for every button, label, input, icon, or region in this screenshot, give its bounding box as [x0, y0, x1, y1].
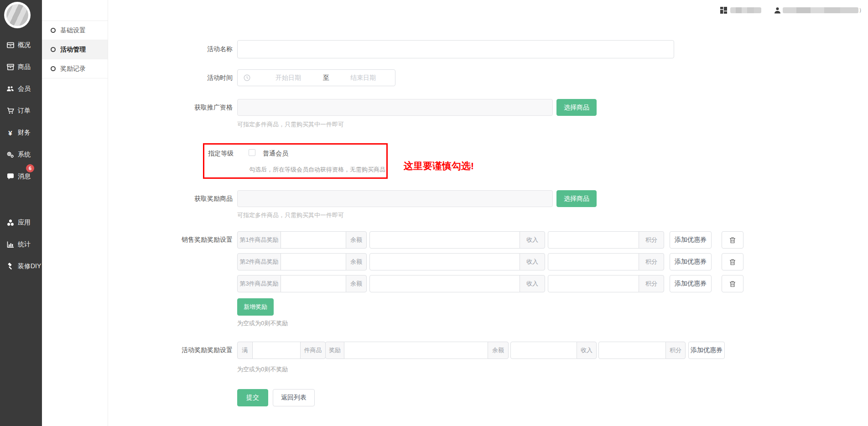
overview-icon — [6, 42, 14, 49]
sidebar-item-members[interactable]: 会员 — [0, 78, 42, 100]
trash-icon — [729, 259, 736, 265]
full-addon: 满 — [237, 342, 253, 359]
income-amount-input[interactable] — [369, 253, 520, 270]
points-unit-addon: 积分 — [639, 253, 664, 270]
sales-reward-label: 销售奖励奖励设置 — [173, 236, 233, 244]
annotation-text: 这里要谨慎勾选! — [404, 160, 474, 172]
user-icon[interactable] — [774, 7, 781, 14]
add-reward-row: 新增奖励 — [173, 298, 274, 316]
members-icon — [6, 85, 14, 93]
sidebar-item-label: 财务 — [18, 129, 31, 137]
promo-hint-text: 可指定多件商品，只需购买其中一件即可 — [237, 120, 344, 129]
delete-row-button[interactable] — [722, 253, 743, 270]
grid-icon[interactable] — [720, 6, 728, 14]
reward-goods-row: 获取奖励商品 选择商品 — [173, 190, 597, 207]
points-amount-input[interactable] — [598, 342, 666, 359]
sidebar-item-label: 概况 — [18, 41, 31, 49]
promo-goods-input[interactable] — [237, 99, 553, 116]
reward-goods-input[interactable] — [237, 190, 553, 207]
add-coupon-button[interactable]: 添加优惠券 — [688, 342, 725, 359]
sidebar-item-label: 会员 — [18, 85, 31, 93]
income-unit-addon: 收入 — [520, 253, 545, 270]
sidebar-item-orders[interactable]: 订单 — [0, 100, 42, 122]
sales-reward-row: 第2件商品奖励 余额 收入 积分 添加优惠券 — [173, 253, 743, 270]
date-range-input[interactable]: 开始日期 至 结束日期 — [237, 69, 395, 86]
balance-unit-addon: 余额 — [346, 275, 367, 292]
level-section: 指定等级 普通会员 勾选后，所在等级会员自动获得资格，无需购买商品 这里要谨慎勾… — [203, 143, 388, 179]
system-icon — [6, 151, 14, 159]
sidebar-nav-secondary: 应用 统计 装修DIY — [0, 212, 42, 277]
goods-count-input[interactable] — [252, 342, 301, 359]
reward-prefix-addon: 第2件商品奖励 — [237, 253, 281, 270]
level-option-label[interactable]: 普通会员 — [263, 150, 288, 158]
end-date-placeholder[interactable]: 结束日期 — [350, 74, 376, 82]
points-unit-addon: 积分 — [639, 231, 664, 249]
reward-goods-label: 获取奖励商品 — [173, 195, 233, 203]
submenu-item-label: 基础设置 — [60, 26, 86, 35]
income-amount-input[interactable] — [369, 231, 520, 249]
add-coupon-button[interactable]: 添加优惠券 — [670, 253, 712, 270]
submenu-list: 基础设置 活动管理 奖励记录 — [42, 21, 108, 78]
sidebar-item-overview[interactable]: 概况 — [0, 34, 42, 56]
submenu-item-activity-management[interactable]: 活动管理 — [42, 40, 108, 59]
radio-circle-icon — [51, 66, 56, 71]
start-date-placeholder[interactable]: 开始日期 — [275, 74, 301, 82]
sidebar-item-system[interactable]: 系统 — [0, 144, 42, 166]
messages-badge: 6 — [26, 164, 34, 172]
reward-addon: 奖励 — [325, 342, 344, 359]
avatar[interactable] — [4, 2, 31, 28]
select-goods-button[interactable]: 选择商品 — [556, 190, 597, 207]
delete-row-button[interactable] — [722, 275, 743, 292]
balance-amount-input[interactable] — [281, 275, 346, 292]
orders-icon — [6, 107, 14, 115]
sidebar-item-stats[interactable]: 统计 — [0, 234, 42, 255]
balance-amount-input[interactable] — [281, 231, 346, 249]
add-reward-button[interactable]: 新增奖励 — [237, 298, 274, 316]
sidebar-item-messages[interactable]: 消息 6 — [0, 166, 42, 187]
add-coupon-button[interactable]: 添加优惠券 — [670, 231, 712, 249]
activity-form: 活动名称 活动时间 开始日期 至 结束日期 获取推广资格 选择商品 可指定多件商… — [173, 0, 868, 426]
submenu-item-basic-settings[interactable]: 基础设置 — [42, 21, 108, 40]
activity-name-input[interactable] — [237, 40, 674, 58]
activity-reward-group: 满 件商品 奖励 余额 收入 积分 添加优惠券 — [237, 342, 725, 359]
select-goods-button[interactable]: 选择商品 — [556, 99, 597, 116]
submenu-item-label: 奖励记录 — [60, 65, 86, 73]
radio-circle-icon — [51, 47, 56, 52]
points-amount-input[interactable] — [548, 253, 639, 270]
sidebar-item-decorate[interactable]: 装修DIY — [0, 255, 42, 277]
sidebar-item-label: 消息 — [18, 172, 31, 181]
promo-qualification-row: 获取推广资格 选择商品 — [173, 99, 597, 116]
redacted-shop-name[interactable] — [730, 7, 761, 13]
sales-empty-hint: 为空或为0则不奖励 — [237, 319, 288, 327]
delete-row-button[interactable] — [722, 231, 743, 249]
income-unit-addon: 收入 — [520, 275, 545, 292]
sidebar-item-goods[interactable]: 商品 — [0, 56, 42, 78]
balance-amount-input[interactable] — [344, 342, 488, 359]
submit-button[interactable]: 提交 — [237, 389, 268, 406]
points-unit-addon: 积分 — [665, 342, 686, 359]
sidebar-item-finance[interactable]: ¥ 财务 — [0, 122, 42, 144]
avatar-blurred-image — [6, 4, 28, 26]
reward-prefix-addon: 第3件商品奖励 — [237, 275, 281, 292]
sidebar-item-apps[interactable]: 应用 — [0, 212, 42, 234]
add-coupon-button[interactable]: 添加优惠券 — [670, 275, 712, 292]
submenu-item-reward-records[interactable]: 奖励记录 — [42, 59, 108, 78]
points-amount-input[interactable] — [548, 275, 639, 292]
redacted-user-name[interactable] — [783, 7, 858, 13]
income-amount-input[interactable] — [369, 275, 520, 292]
level-checkbox[interactable] — [249, 149, 255, 156]
activity-time-label: 活动时间 — [173, 74, 233, 82]
header-paren-text: ） — [859, 6, 864, 14]
radio-circle-icon — [51, 28, 56, 33]
balance-amount-input[interactable] — [281, 253, 346, 270]
income-unit-addon: 收入 — [577, 342, 597, 359]
points-amount-input[interactable] — [548, 231, 639, 249]
back-to-list-button[interactable]: 返回列表 — [273, 389, 315, 406]
income-unit-addon: 收入 — [520, 231, 545, 249]
sidebar-item-label: 系统 — [18, 151, 31, 159]
income-amount-input[interactable] — [510, 342, 577, 359]
stats-icon — [6, 241, 14, 249]
reward-prefix-addon: 第1件商品奖励 — [237, 231, 281, 249]
sales-reward-group: 第1件商品奖励 余额 收入 积分 添加优惠券 — [237, 231, 743, 249]
activity-time-row: 活动时间 开始日期 至 结束日期 — [173, 69, 395, 86]
